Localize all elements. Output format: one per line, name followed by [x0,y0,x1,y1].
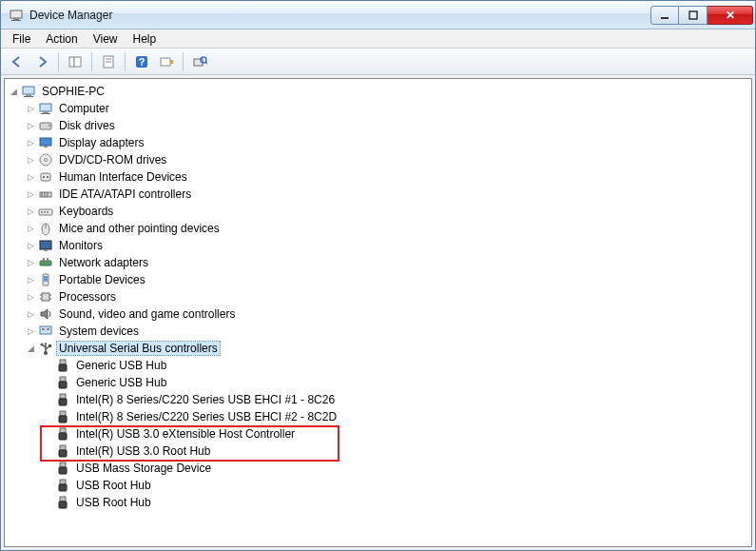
svg-rect-70 [59,416,67,423]
category-label: Monitors [56,238,106,253]
expand-icon[interactable]: ▷ [24,136,37,149]
category-label: IDE ATA/ATAPI controllers [56,187,194,202]
category-label: Computer [56,101,112,116]
system-icon [38,324,53,339]
svg-rect-13 [170,60,173,64]
svg-rect-37 [41,211,43,213]
expand-icon[interactable]: ▷ [24,325,37,338]
tree-device[interactable]: Generic USB Hub [7,374,749,391]
svg-rect-38 [44,211,46,213]
content-area: ◢SOPHIE-PC▷Computer▷Disk drives▷Display … [1,75,755,550]
category-label: System devices [56,324,142,339]
tree-category[interactable]: ▷Mice and other pointing devices [7,220,749,237]
expand-icon[interactable]: ▷ [24,256,37,269]
tree-category[interactable]: ▷Portable Devices [7,271,749,288]
menu-file[interactable]: File [5,30,38,48]
expand-icon[interactable]: ▷ [24,290,37,304]
menu-action[interactable]: Action [38,30,85,48]
expand-icon[interactable]: ▷ [24,102,37,115]
usbdev-icon [55,392,70,407]
tree-category[interactable]: ▷Network adapters [7,254,749,271]
tree-category[interactable]: ▷Monitors [7,237,749,254]
maximize-button[interactable] [679,6,708,25]
tree-device[interactable]: Intel(R) USB 3.0 eXtensible Host Control… [7,425,749,443]
tree-device[interactable]: Intel(R) 8 Series/C220 Series USB EHCI #… [7,391,749,408]
svg-rect-56 [47,328,49,330]
dvd-icon [38,152,53,167]
tree-category[interactable]: ▷Sound, video and game controllers [7,305,749,323]
device-label: Intel(R) 8 Series/C220 Series USB EHCI #… [73,392,338,407]
tree-category[interactable]: ▷Display adapters [7,134,749,151]
tree-root[interactable]: ◢SOPHIE-PC [7,83,749,100]
svg-point-30 [43,176,45,178]
expand-icon[interactable]: ▷ [24,119,37,132]
portable-icon [38,272,53,287]
usbdev-icon [55,495,70,510]
minimize-button[interactable] [650,6,679,25]
svg-point-60 [41,344,44,346]
show-hide-tree-button[interactable] [65,51,86,72]
expand-icon[interactable]: ▷ [24,239,37,252]
cpu-icon [38,289,53,305]
close-button[interactable]: ✕ [708,6,753,25]
device-label: USB Root Hub [73,478,154,493]
tree-category[interactable]: ▷System devices [7,323,749,340]
svg-rect-75 [60,462,66,467]
device-label: Intel(R) USB 3.0 Root Hub [73,443,213,459]
action-button[interactable] [156,51,177,72]
svg-text:?: ? [139,56,145,68]
tree-category[interactable]: ▷Human Interface Devices [7,168,749,186]
menu-view[interactable]: View [86,30,126,48]
usbdev-icon [55,358,70,373]
tree-category[interactable]: ▷Disk drives [7,117,749,134]
usbdev-icon [55,443,70,459]
category-label: DVD/CD-ROM drives [56,152,169,167]
tree-category[interactable]: ▷Processors [7,288,749,305]
svg-rect-68 [59,399,67,405]
toolbar-separator [58,52,59,71]
forward-button[interactable] [31,51,52,72]
tree-device[interactable]: Generic USB Hub [7,357,749,374]
tree-category[interactable]: ▷Keyboards [7,203,749,220]
collapse-icon[interactable]: ◢ [7,85,20,98]
expand-icon[interactable]: ▷ [24,222,37,235]
expand-icon[interactable]: ▷ [24,307,37,321]
tree-device[interactable]: Intel(R) 8 Series/C220 Series USB EHCI #… [7,408,749,425]
expand-icon[interactable]: ▷ [24,205,37,218]
tree-device[interactable]: USB Mass Storage Device [7,460,749,477]
svg-point-24 [48,125,50,127]
svg-rect-77 [60,480,66,484]
device-label: Intel(R) 8 Series/C220 Series USB EHCI #… [73,409,339,424]
tree-device[interactable]: Intel(R) USB 3.0 Root Hub [7,443,749,460]
svg-rect-45 [43,258,45,261]
svg-rect-19 [24,96,33,97]
tree-category[interactable]: ◢Universal Serial Bus controllers [7,340,749,357]
device-label: Intel(R) USB 3.0 eXtensible Host Control… [73,426,298,442]
svg-rect-46 [47,258,48,261]
svg-rect-55 [42,328,45,330]
menu-help[interactable]: Help [126,30,165,48]
expand-icon[interactable]: ▷ [24,187,37,201]
back-button[interactable] [7,51,28,72]
expand-icon[interactable]: ▷ [24,153,37,167]
device-tree[interactable]: ◢SOPHIE-PC▷Computer▷Disk drives▷Display … [4,78,752,547]
scan-hardware-button[interactable] [189,51,210,72]
svg-rect-42 [40,241,51,249]
collapse-icon[interactable]: ◢ [24,342,37,355]
expand-icon[interactable]: ▷ [24,273,37,286]
tree-category[interactable]: ▷IDE ATA/ATAPI controllers [7,186,749,203]
category-label: Human Interface Devices [56,169,190,185]
tree-category[interactable]: ▷Computer [7,100,749,117]
expand-icon[interactable]: ▷ [24,170,37,184]
tree-device[interactable]: USB Root Hub [7,494,749,511]
titlebar[interactable]: Device Manager ✕ [1,1,755,30]
keyboard-icon [38,204,53,219]
svg-rect-67 [60,394,66,399]
tree-device[interactable]: USB Root Hub [7,477,749,494]
help-button[interactable]: ? [131,51,152,72]
usbdev-icon [55,426,70,442]
properties-button[interactable] [98,51,119,72]
device-label: USB Mass Storage Device [73,461,214,476]
tree-category[interactable]: ▷DVD/CD-ROM drives [7,151,749,168]
svg-rect-2 [11,20,21,21]
